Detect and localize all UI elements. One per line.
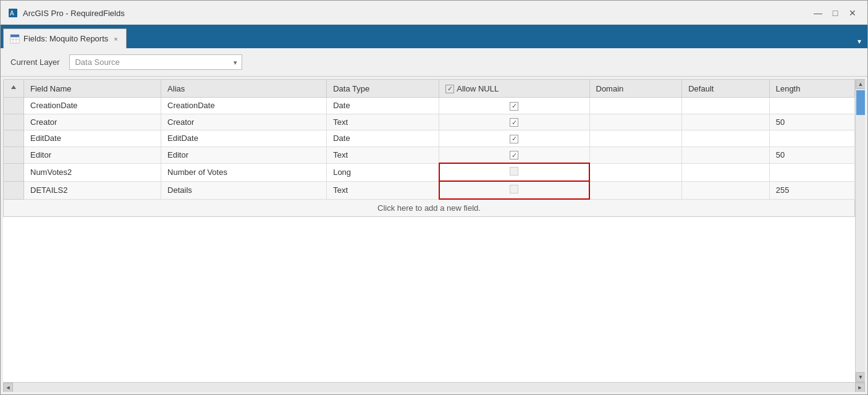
table-row: EditDateEditDateDate xyxy=(4,130,855,147)
col-allow-null[interactable]: Allow NULL xyxy=(439,80,589,98)
horizontal-scrollbar[interactable]: ◄ ► xyxy=(3,382,865,392)
toolbar: Current Layer Data Source xyxy=(1,48,867,77)
cell-data-type: Long xyxy=(327,163,439,181)
cell-domain xyxy=(589,147,682,163)
cell-default xyxy=(682,147,770,163)
row-sort-indicator xyxy=(4,147,24,163)
cell-alias: Number of Votes xyxy=(161,163,327,181)
table-row: DETAILS2DetailsText255 xyxy=(4,181,855,199)
close-button[interactable]: ✕ xyxy=(845,6,860,20)
cell-length: 255 xyxy=(769,181,854,199)
current-layer-label: Current Layer xyxy=(11,57,59,67)
data-source-select[interactable]: Data Source xyxy=(69,54,242,70)
cell-length: 50 xyxy=(769,147,854,163)
scroll-up-button[interactable]: ▲ xyxy=(856,79,865,89)
cell-default xyxy=(682,98,770,114)
cell-allow-null[interactable] xyxy=(439,114,589,130)
cell-default xyxy=(682,130,770,147)
cell-alias: Details xyxy=(161,181,327,199)
cell-field-name: CreationDate xyxy=(24,98,161,114)
cell-alias: CreationDate xyxy=(161,98,327,114)
col-domain[interactable]: Domain xyxy=(589,80,682,98)
cell-field-name: Editor xyxy=(24,147,161,163)
cell-length xyxy=(769,163,854,181)
table-scroll[interactable]: Field Name Alias Data Type Allow NULL Do… xyxy=(3,79,855,382)
data-source-select-wrapper[interactable]: Data Source xyxy=(69,54,242,70)
cell-field-name: DETAILS2 xyxy=(24,181,161,199)
cell-data-type: Date xyxy=(327,98,439,114)
col-alias[interactable]: Alias xyxy=(161,80,327,98)
table-body: CreationDateCreationDateDateCreatorCreat… xyxy=(4,98,855,217)
svg-text:A: A xyxy=(10,10,14,17)
title-bar-controls: — □ ✕ xyxy=(811,6,860,20)
cell-data-type: Text xyxy=(327,147,439,163)
scroll-down-button[interactable]: ▼ xyxy=(856,372,865,382)
cell-allow-null[interactable] xyxy=(439,147,589,163)
fields-tab[interactable]: Fields: Moquito Reports × xyxy=(3,28,127,48)
main-window: A ArcGIS Pro - RequiredFields — □ ✕ Fiel… xyxy=(0,0,868,395)
row-sort-indicator xyxy=(4,130,24,147)
maximize-button[interactable]: □ xyxy=(828,6,843,20)
table-row: EditorEditorText50 xyxy=(4,147,855,163)
cell-default xyxy=(682,163,770,181)
allow-null-checkbox[interactable] xyxy=(510,151,518,159)
scroll-thumb[interactable] xyxy=(856,90,865,115)
cell-domain xyxy=(589,98,682,114)
cell-alias: EditDate xyxy=(161,130,327,147)
cell-data-type: Text xyxy=(327,181,439,199)
allow-null-checkbox[interactable] xyxy=(510,185,518,193)
scroll-left-button[interactable]: ◄ xyxy=(3,383,13,393)
cell-field-name: EditDate xyxy=(24,130,161,147)
cell-domain xyxy=(589,114,682,130)
tab-label: Fields: Moquito Reports xyxy=(23,34,108,43)
table-wrapper: Field Name Alias Data Type Allow NULL Do… xyxy=(3,79,865,382)
h-scroll-track[interactable] xyxy=(13,383,855,392)
allow-null-header-checkbox[interactable] xyxy=(445,85,454,93)
cell-field-name: Creator xyxy=(24,114,161,130)
cell-length xyxy=(769,130,854,147)
svg-rect-3 xyxy=(11,35,19,37)
allow-null-checkbox[interactable] xyxy=(510,102,518,111)
cell-length xyxy=(769,98,854,114)
add-field-label[interactable]: Click here to add a new field. xyxy=(4,199,855,217)
cell-domain xyxy=(589,130,682,147)
app-icon: A xyxy=(8,8,18,18)
table-row: CreationDateCreationDateDate xyxy=(4,98,855,114)
cell-data-type: Text xyxy=(327,114,439,130)
svg-marker-8 xyxy=(11,85,16,89)
cell-default xyxy=(682,114,770,130)
col-length[interactable]: Length xyxy=(769,80,854,98)
col-field-name[interactable]: Field Name xyxy=(24,80,161,98)
table-row: CreatorCreatorText50 xyxy=(4,114,855,130)
cell-domain xyxy=(589,181,682,199)
table-header: Field Name Alias Data Type Allow NULL Do… xyxy=(4,80,855,98)
allow-null-checkbox[interactable] xyxy=(510,167,518,176)
title-bar: A ArcGIS Pro - RequiredFields — □ ✕ xyxy=(1,1,867,25)
add-field-row[interactable]: Click here to add a new field. xyxy=(4,199,855,217)
cell-allow-null[interactable] xyxy=(439,163,589,181)
scroll-track[interactable] xyxy=(856,89,865,372)
title-bar-left: A ArcGIS Pro - RequiredFields xyxy=(8,8,125,18)
cell-alias: Editor xyxy=(161,147,327,163)
minimize-button[interactable]: — xyxy=(811,6,825,20)
table-icon xyxy=(10,34,20,44)
cell-domain xyxy=(589,163,682,181)
tab-bar: Fields: Moquito Reports × ▾ xyxy=(1,25,867,48)
allow-null-checkbox[interactable] xyxy=(510,135,518,143)
col-default[interactable]: Default xyxy=(682,80,770,98)
col-data-type[interactable]: Data Type xyxy=(327,80,439,98)
fields-table: Field Name Alias Data Type Allow NULL Do… xyxy=(3,79,855,217)
vertical-scrollbar[interactable]: ▲ ▼ xyxy=(855,79,865,382)
col-sort xyxy=(4,80,24,98)
tab-close-button[interactable]: × xyxy=(112,34,119,44)
scroll-right-button[interactable]: ► xyxy=(855,383,865,393)
allow-null-checkbox[interactable] xyxy=(510,118,518,127)
cell-allow-null[interactable] xyxy=(439,98,589,114)
cell-allow-null[interactable] xyxy=(439,130,589,147)
row-sort-indicator xyxy=(4,98,24,114)
content-area: Field Name Alias Data Type Allow NULL Do… xyxy=(3,79,865,392)
cell-default xyxy=(682,181,770,199)
row-sort-indicator xyxy=(4,163,24,181)
cell-allow-null[interactable] xyxy=(439,181,589,199)
tab-dropdown-arrow[interactable]: ▾ xyxy=(854,35,865,48)
